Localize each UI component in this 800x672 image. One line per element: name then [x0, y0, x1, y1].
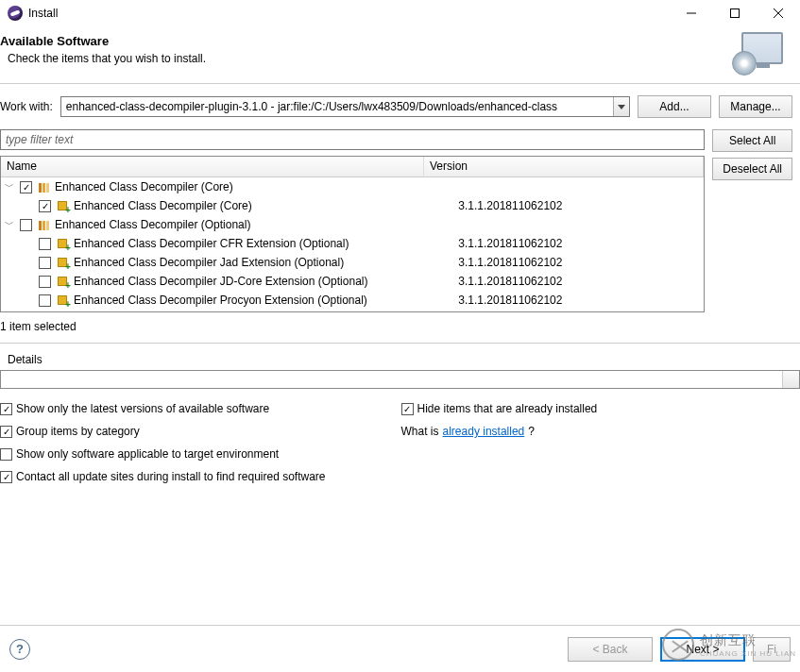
deselect-all-button[interactable]: Deselect All — [712, 158, 792, 180]
category-row[interactable]: ﹀ ✓ Enhanced Class Decompiler (Core) — [1, 177, 704, 196]
opt-target[interactable]: Show only software applicable to target … — [0, 447, 326, 461]
feature-version: 3.1.1.201811062102 — [439, 275, 704, 288]
work-with-value: enhanced-class-decompiler-plugin-3.1.0 -… — [61, 100, 613, 113]
chevron-down-icon[interactable] — [613, 97, 629, 116]
checkbox[interactable]: ✓ — [20, 181, 32, 193]
svg-marker-4 — [618, 105, 625, 109]
opt-contact[interactable]: ✓Contact all update sites during install… — [0, 470, 326, 483]
opt-group[interactable]: ✓Group items by category — [0, 425, 326, 438]
feature-version: 3.1.1.201811062102 — [439, 237, 704, 250]
feature-icon: + — [58, 237, 71, 250]
feature-label: Enhanced Class Decompiler CFR Extension … — [74, 237, 349, 250]
feature-icon: + — [58, 256, 71, 269]
back-button[interactable]: < Back — [568, 637, 653, 662]
category-row[interactable]: ﹀ Enhanced Class Decompiler (Optional) — [1, 215, 704, 234]
opt-hide[interactable]: ✓Hide items that are already installed — [401, 402, 598, 415]
checkbox[interactable] — [39, 276, 51, 288]
wizard-footer: ? < Back Next > Fi — [0, 625, 800, 672]
feature-row[interactable]: + Enhanced Class Decompiler JD-Core Exte… — [1, 272, 704, 291]
help-icon[interactable]: ? — [9, 639, 30, 660]
close-button[interactable] — [757, 0, 800, 26]
add-button[interactable]: Add... — [638, 95, 711, 118]
work-with-row: Work with: enhanced-class-decompiler-plu… — [0, 84, 800, 126]
app-icon — [8, 6, 23, 21]
work-with-combo[interactable]: enhanced-class-decompiler-plugin-3.1.0 -… — [60, 96, 630, 117]
category-icon — [39, 220, 52, 229]
select-all-button[interactable]: Select All — [712, 129, 792, 152]
manage-button[interactable]: Manage... — [719, 95, 792, 118]
feature-row[interactable]: + Enhanced Class Decompiler Jad Extensio… — [1, 253, 704, 272]
details-label: Details — [0, 353, 800, 370]
page-title: Available Software — [0, 34, 734, 48]
already-installed-link[interactable]: already installed — [443, 425, 525, 438]
opt-latest[interactable]: ✓Show only the latest versions of availa… — [0, 402, 326, 415]
minimize-button[interactable] — [670, 0, 713, 26]
checkbox[interactable] — [20, 219, 32, 231]
page-subtitle: Check the items that you wish to install… — [8, 52, 734, 65]
wizard-header: Available Software Check the items that … — [0, 26, 800, 83]
collapse-icon[interactable]: ﹀ — [3, 218, 16, 231]
feature-row[interactable]: + Enhanced Class Decompiler Procyon Exte… — [1, 291, 704, 310]
titlebar: Install — [0, 0, 800, 26]
feature-row[interactable]: ✓ + Enhanced Class Decompiler (Core) 3.1… — [1, 196, 704, 215]
feature-version: 3.1.1.201811062102 — [439, 294, 704, 307]
feature-label: Enhanced Class Decompiler Jad Extension … — [74, 256, 344, 269]
details-textarea[interactable] — [0, 370, 800, 389]
feature-row[interactable]: + Enhanced Class Decompiler CFR Extensio… — [1, 234, 704, 253]
selection-status: 1 item selected — [0, 312, 800, 343]
category-label: Enhanced Class Decompiler (Core) — [55, 180, 233, 193]
collapse-icon[interactable]: ﹀ — [3, 180, 16, 193]
table-body[interactable]: ﹀ ✓ Enhanced Class Decompiler (Core) ✓ +… — [1, 177, 704, 311]
category-icon — [39, 182, 52, 192]
feature-label: Enhanced Class Decompiler (Core) — [74, 199, 252, 212]
feature-version: 3.1.1.201811062102 — [439, 256, 704, 269]
software-table: Name Version ﹀ ✓ Enhanced Class Decompil… — [0, 156, 705, 312]
window-title: Install — [28, 7, 670, 20]
checkbox[interactable] — [39, 257, 51, 269]
category-label: Enhanced Class Decompiler (Optional) — [55, 218, 250, 231]
feature-version: 3.1.1.201811062102 — [439, 199, 704, 212]
install-banner-icon — [734, 32, 783, 74]
feature-icon: + — [58, 275, 71, 288]
options-area: ✓Show only the latest versions of availa… — [0, 402, 800, 483]
maximize-button[interactable] — [713, 0, 757, 26]
already-installed-line: What is already installed ? — [401, 425, 598, 438]
next-button[interactable]: Next > — [660, 637, 745, 662]
checkbox[interactable] — [39, 294, 51, 307]
checkbox[interactable]: ✓ — [39, 200, 51, 212]
column-version[interactable]: Version — [424, 157, 704, 176]
column-name[interactable]: Name — [1, 157, 424, 176]
checkbox[interactable] — [39, 238, 51, 250]
feature-icon: + — [58, 294, 71, 307]
finish-button[interactable]: Fi — [753, 637, 791, 662]
feature-icon: + — [58, 199, 71, 212]
svg-rect-1 — [731, 8, 740, 17]
feature-label: Enhanced Class Decompiler Procyon Extens… — [74, 294, 367, 307]
work-with-label: Work with: — [0, 100, 53, 113]
feature-label: Enhanced Class Decompiler JD-Core Extens… — [74, 275, 367, 288]
filter-input[interactable]: type filter text — [0, 129, 705, 150]
